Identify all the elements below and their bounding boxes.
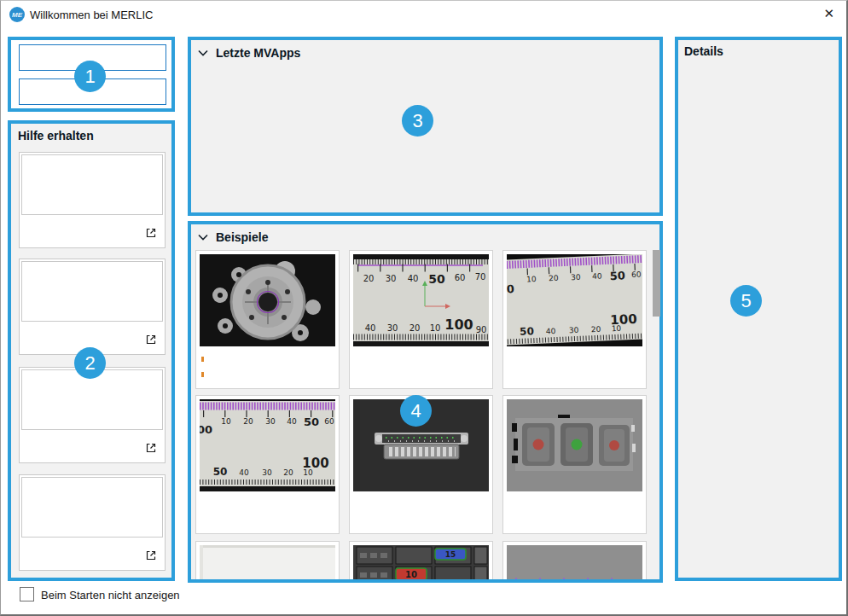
example-card-ruler-axes[interactable]: 20 30 40 50 60 70 40 30 20 10 100 90 <box>349 250 493 389</box>
svg-text:40: 40 <box>546 327 556 336</box>
example-card-fuse-box[interactable]: 15 10 <box>349 541 493 579</box>
example-card-bright-strip[interactable] <box>195 541 340 579</box>
example-caption <box>197 350 338 387</box>
help-card[interactable] <box>19 474 166 571</box>
recent-mvapps-header[interactable]: Letzte MVApps <box>198 46 300 60</box>
svg-text:40: 40 <box>287 417 297 426</box>
ruler-axes-thumbnail: 20 30 40 50 60 70 40 30 20 10 100 90 <box>353 254 489 346</box>
details-title: Details <box>684 44 723 58</box>
svg-text:40: 40 <box>408 274 419 283</box>
svg-text:30: 30 <box>387 323 398 333</box>
svg-text:30: 30 <box>265 417 276 426</box>
example-card-ruler-flat[interactable]: 00 10 20 30 40 50 60 100 50 40 30 20 10 <box>195 395 340 534</box>
annotation-badge-3: 3 <box>402 105 433 137</box>
merlic-logo-icon: ME <box>9 7 25 22</box>
external-link-icon[interactable] <box>144 549 158 562</box>
dont-show-on-startup-checkbox[interactable] <box>20 587 34 601</box>
svg-text:40: 40 <box>239 468 249 477</box>
svg-text:30: 30 <box>571 273 581 282</box>
window-title: Willkommen bei MERLIC <box>30 9 153 21</box>
fuse-box-thumbnail: 15 10 <box>353 545 489 579</box>
svg-text:20: 20 <box>363 274 375 283</box>
ruler-tilted-thumbnail: 0 10 20 30 40 50 60 100 50 40 30 20 10 <box>507 254 642 346</box>
svg-text:10: 10 <box>612 324 622 334</box>
welcome-dialog: ME Willkommen bei MERLIC ✕ Hilfe erhalte… <box>0 0 848 616</box>
help-card-image <box>21 261 163 322</box>
example-caption <box>351 350 491 387</box>
annotation-badge-1: 1 <box>74 61 106 92</box>
examples-header[interactable]: Beispiele <box>198 230 268 244</box>
svg-text:50: 50 <box>520 325 534 338</box>
ruler-flat-thumbnail: 00 10 20 30 40 50 60 100 50 40 30 20 10 <box>200 399 335 491</box>
example-card-gray-relief[interactable] <box>502 541 647 579</box>
svg-text:15: 15 <box>445 550 456 559</box>
annotation-badge-5: 5 <box>730 285 762 317</box>
help-card-image <box>21 477 163 538</box>
svg-text:60: 60 <box>631 270 642 280</box>
example-caption <box>197 495 338 532</box>
svg-text:10: 10 <box>221 417 231 426</box>
external-link-icon[interactable] <box>144 333 158 346</box>
svg-text:20: 20 <box>243 417 253 426</box>
svg-text:30: 30 <box>262 468 272 477</box>
close-icon[interactable]: ✕ <box>823 7 834 20</box>
blister-thumbnail <box>507 399 642 491</box>
svg-text:00: 00 <box>200 423 212 436</box>
dont-show-on-startup-label: Beim Starten nicht anzeigen <box>41 589 180 601</box>
annotation-badge-2: 2 <box>74 347 106 379</box>
svg-text:60: 60 <box>455 273 466 282</box>
example-caption <box>504 350 645 387</box>
chevron-down-icon <box>198 49 208 56</box>
annotation-badge-4: 4 <box>400 395 432 427</box>
example-caption <box>351 495 491 532</box>
die-cast-part-thumbnail <box>200 254 335 346</box>
svg-text:10: 10 <box>526 275 537 284</box>
svg-text:30: 30 <box>569 326 579 335</box>
svg-text:50: 50 <box>428 272 445 286</box>
examples-scrollbar-thumb[interactable] <box>653 250 660 317</box>
svg-text:20: 20 <box>409 323 421 333</box>
svg-text:40: 40 <box>592 272 602 282</box>
svg-text:100: 100 <box>444 317 473 333</box>
example-card-blister[interactable] <box>502 395 647 534</box>
svg-text:20: 20 <box>591 325 601 334</box>
svg-text:0: 0 <box>507 282 514 295</box>
chevron-down-icon <box>198 234 208 241</box>
svg-text:40: 40 <box>365 323 376 333</box>
title-bar: ME Willkommen bei MERLIC ✕ <box>1 1 846 28</box>
example-card-ruler-tilted[interactable]: 0 10 20 30 40 50 60 100 50 40 30 20 10 <box>502 250 647 389</box>
svg-text:30: 30 <box>386 274 397 283</box>
help-card[interactable] <box>19 259 166 355</box>
svg-text:60: 60 <box>324 417 334 426</box>
external-link-icon[interactable] <box>144 226 158 240</box>
svg-text:70: 70 <box>475 272 486 282</box>
svg-text:50: 50 <box>304 416 319 428</box>
bright-strip-thumbnail <box>200 545 335 579</box>
svg-text:20: 20 <box>283 468 293 477</box>
caption-text-fragment <box>201 357 204 362</box>
svg-text:10: 10 <box>405 570 417 579</box>
help-card[interactable] <box>19 152 166 248</box>
help-panel-title: Hilfe erhalten <box>18 129 94 142</box>
svg-text:10: 10 <box>303 468 313 477</box>
external-link-icon[interactable] <box>144 441 158 455</box>
help-card-image <box>21 154 163 215</box>
svg-text:10: 10 <box>430 323 441 333</box>
svg-text:50: 50 <box>213 466 228 478</box>
svg-text:90: 90 <box>476 325 487 334</box>
caption-text-fragment <box>201 372 204 377</box>
svg-text:50: 50 <box>609 269 625 282</box>
example-caption <box>504 495 645 532</box>
svg-text:20: 20 <box>549 274 559 283</box>
examples-title: Beispiele <box>216 230 268 244</box>
recent-mvapps-title: Letzte MVApps <box>216 46 300 60</box>
example-card-die-cast-part[interactable] <box>195 250 340 389</box>
help-card[interactable] <box>19 367 166 463</box>
gray-relief-thumbnail <box>507 545 642 579</box>
